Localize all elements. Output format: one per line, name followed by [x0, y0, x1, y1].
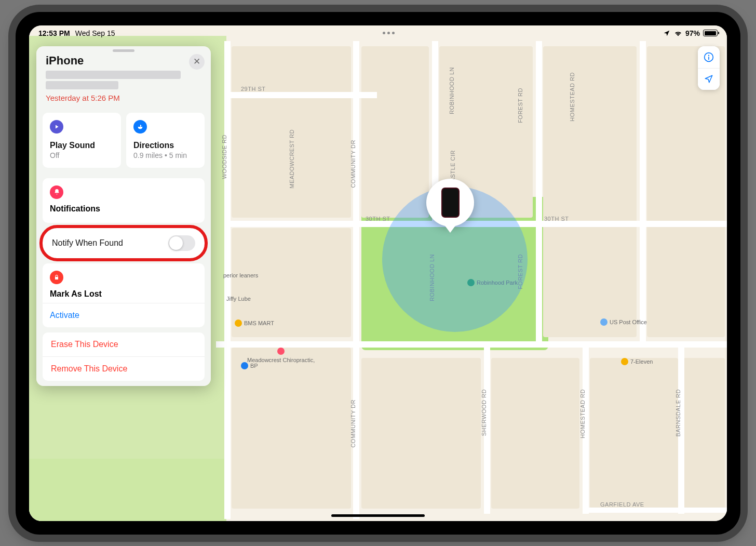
- battery-icon: [703, 30, 718, 36]
- info-icon: [704, 52, 714, 62]
- street-label: ROBINHOOD LN: [449, 67, 455, 114]
- street-label: HOMESTEAD RD: [569, 72, 575, 122]
- fuel-icon: [241, 362, 248, 369]
- notify-when-found-label: Notify When Found: [52, 238, 123, 248]
- lock-icon: [50, 271, 63, 284]
- play-sound-status: Off: [50, 151, 114, 159]
- street-label: BARNSDALE RD: [675, 389, 681, 437]
- health-icon: [277, 348, 285, 355]
- poi-bms-mart[interactable]: BMS MART: [235, 319, 274, 327]
- street-label: COMMUNITY DR: [350, 140, 356, 188]
- directions-icon: [133, 120, 147, 134]
- notify-when-found-row[interactable]: Notify When Found: [43, 228, 205, 258]
- battery-percent: 97%: [685, 29, 700, 37]
- svg-point-1: [708, 55, 709, 56]
- redacted-line: [46, 81, 118, 89]
- poi-bp[interactable]: BP: [241, 362, 258, 369]
- post-icon: [600, 318, 608, 326]
- screen: 12:53 PM Wed Sep 15 97%: [29, 25, 727, 521]
- notifications-header: Notifications: [50, 204, 197, 214]
- map-controls: [698, 46, 720, 90]
- street-label: COMMUNITY DR: [350, 399, 356, 448]
- poi-meadowcrest-chiro[interactable]: Meadowcrest Chiropractic,: [247, 348, 315, 363]
- close-button[interactable]: ✕: [189, 54, 205, 70]
- danger-actions: Erase This Device Remove This Device: [43, 332, 205, 381]
- poi-cleaners[interactable]: perior leaners: [223, 272, 258, 278]
- svg-rect-2: [708, 57, 709, 60]
- mark-as-lost-header: Mark As Lost: [50, 289, 197, 299]
- play-icon: [50, 120, 63, 134]
- multitask-dots[interactable]: [115, 32, 663, 34]
- pin-bubble[interactable]: [426, 179, 474, 227]
- remove-device-button[interactable]: Remove This Device: [43, 356, 205, 381]
- status-date: Wed Sep 15: [75, 29, 115, 37]
- street-label: 29TH ST: [241, 86, 266, 92]
- store-icon: [621, 358, 628, 365]
- poi-us-post-office[interactable]: US Post Office: [600, 318, 647, 326]
- street-label: MEADOWCREST RD: [289, 129, 295, 189]
- directions-label: Directions: [133, 141, 197, 150]
- erase-device-button[interactable]: Erase This Device: [43, 332, 205, 356]
- street-label: 30TH ST: [544, 216, 569, 222]
- bell-icon: [50, 185, 63, 199]
- status-bar: 12:53 PM Wed Sep 15 97%: [29, 25, 727, 41]
- store-icon: [235, 319, 242, 327]
- device-detail-panel: iPhone ✕ Yesterday at 5:26 PM Play Sound…: [36, 46, 211, 386]
- status-time: 12:53 PM: [38, 29, 70, 37]
- activate-lost-mode-button[interactable]: Activate: [43, 303, 205, 327]
- street-label: GARFIELD AVE: [600, 501, 644, 508]
- home-indicator[interactable]: [331, 514, 425, 517]
- street-label: SHERWOOD RD: [481, 389, 487, 436]
- locate-me-button[interactable]: [698, 68, 720, 90]
- notifications-section: Notifications: [43, 178, 205, 223]
- poi-jiffy-lube[interactable]: Jiffy Lube: [226, 296, 251, 302]
- street-label: HOMESTEAD RD: [579, 389, 586, 438]
- last-seen-timestamp: Yesterday at 5:26 PM: [46, 94, 201, 102]
- ipad-frame: 12:53 PM Wed Sep 15 97%: [16, 12, 740, 535]
- iphone-icon: [441, 188, 460, 218]
- directions-tile[interactable]: Directions 0.9 miles • 5 min: [126, 113, 205, 168]
- drag-handle[interactable]: [113, 49, 134, 52]
- device-name: iPhone: [46, 54, 201, 68]
- close-icon: ✕: [193, 56, 200, 67]
- directions-sub: 0.9 miles • 5 min: [133, 151, 197, 159]
- play-sound-tile[interactable]: Play Sound Off: [43, 113, 121, 168]
- street-label: FOREST RD: [517, 88, 523, 123]
- redacted-line: [46, 71, 181, 79]
- info-button[interactable]: [698, 46, 720, 68]
- wifi-icon: [674, 30, 682, 37]
- mark-as-lost-section: Mark As Lost Activate: [43, 263, 205, 327]
- street-label: WOODSIDE RD: [221, 135, 227, 179]
- device-location-pin[interactable]: [382, 187, 528, 332]
- notify-when-found-toggle[interactable]: [168, 235, 195, 251]
- play-sound-label: Play Sound: [50, 141, 114, 150]
- location-arrow-icon: [704, 74, 713, 84]
- poi-7eleven[interactable]: 7-Eleven: [621, 358, 653, 365]
- location-status-icon: [663, 30, 671, 37]
